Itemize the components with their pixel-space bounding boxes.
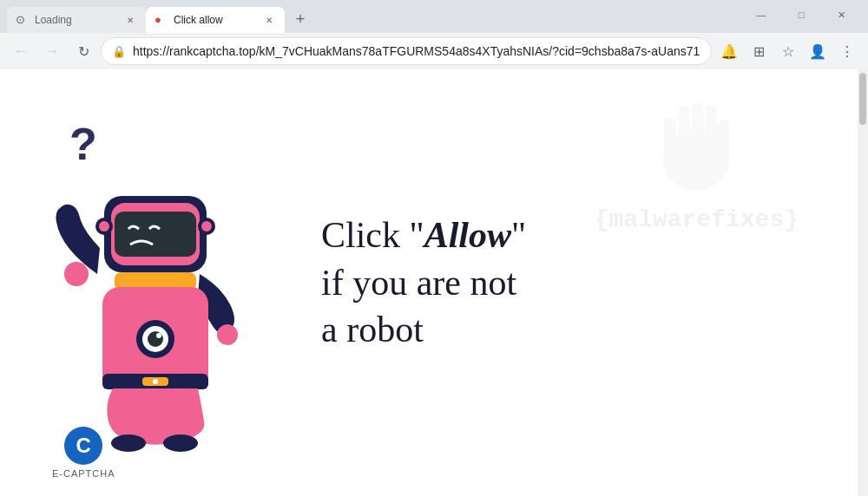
window-controls: — □ ✕ (734, 2, 868, 33)
caption-line2: if you are not (321, 259, 526, 307)
robot-illustration: ? (43, 109, 269, 456)
minimize-button[interactable]: — (741, 2, 781, 28)
svg-rect-9 (115, 212, 196, 257)
svg-point-23 (111, 434, 146, 452)
close-button[interactable]: ✕ (821, 2, 861, 28)
watermark-hand-icon (640, 87, 753, 199)
robot-area: ? (0, 109, 526, 456)
svg-rect-1 (664, 117, 676, 165)
maximize-button[interactable]: □ (781, 2, 821, 28)
tab-close-loading[interactable]: ✕ (123, 13, 137, 27)
apps-button[interactable]: ⊞ (745, 37, 773, 65)
svg-point-24 (163, 434, 198, 452)
caption-line3: a robot (321, 306, 526, 354)
click-text: Click " (321, 215, 424, 255)
page-content: {malwarefixes} ? (0, 69, 868, 496)
url-text: https://rankcaptcha.top/kM_7vCHuakMans78… (133, 44, 700, 58)
tab-title-click-allow: Click allow (174, 14, 257, 26)
lock-icon: 🔒 (112, 45, 126, 58)
svg-rect-5 (718, 120, 729, 165)
reload-button[interactable]: ↻ (69, 37, 97, 65)
toolbar: ← → ↻ 🔒 https://rankcaptcha.top/kM_7vCHu… (0, 33, 868, 69)
bookmark-button[interactable]: ☆ (774, 37, 802, 65)
toolbar-icons: 🔔 ⊞ ☆ 👤 ⋮ (715, 37, 861, 65)
new-tab-button[interactable]: + (288, 7, 312, 31)
allow-text: Allow (424, 215, 511, 255)
tab-click-allow[interactable]: ● Click allow ✕ (146, 7, 285, 33)
tabs-area: ⊙ Loading ✕ ● Click allow ✕ + (0, 7, 734, 33)
back-button[interactable]: ← (7, 37, 35, 65)
quote-end: " (511, 215, 526, 255)
svg-rect-2 (678, 106, 690, 165)
watermark-text: {malwarefixes} (595, 206, 799, 233)
svg-point-22 (153, 379, 158, 384)
scrollbar-thumb[interactable] (859, 73, 866, 125)
svg-rect-4 (706, 106, 718, 165)
svg-point-19 (156, 333, 161, 338)
watermark: {malwarefixes} (595, 87, 799, 233)
tab-favicon-click-allow: ● (155, 13, 168, 27)
caption-line1: Click "Allow" (321, 212, 526, 259)
scrollbar[interactable] (858, 69, 868, 496)
svg-point-13 (201, 221, 212, 232)
browser-frame: ⊙ Loading ✕ ● Click allow ✕ + — □ ✕ ← → … (0, 0, 868, 496)
svg-point-26 (217, 324, 238, 345)
tab-title-loading: Loading (35, 14, 118, 26)
svg-point-25 (64, 262, 89, 286)
forward-button[interactable]: → (38, 37, 66, 65)
main-caption: Click "Allow" if you are not a robot (321, 212, 526, 354)
tab-loading[interactable]: ⊙ Loading ✕ (7, 7, 146, 33)
tab-close-click-allow[interactable]: ✕ (262, 13, 276, 27)
svg-point-11 (99, 221, 109, 232)
svg-rect-3 (692, 102, 704, 165)
notifications-button[interactable]: 🔔 (715, 37, 743, 65)
robot-svg (52, 135, 260, 456)
ecaptcha-label: E-CAPTCHA (52, 468, 115, 479)
address-bar[interactable]: 🔒 https://rankcaptcha.top/kM_7vCHuakMans… (101, 37, 712, 65)
menu-button[interactable]: ⋮ (833, 37, 861, 65)
svg-point-18 (148, 331, 163, 347)
profile-button[interactable]: 👤 (804, 37, 832, 65)
tab-favicon-loading: ⊙ (16, 13, 30, 27)
title-bar: ⊙ Loading ✕ ● Click allow ✕ + — □ ✕ (0, 0, 868, 33)
